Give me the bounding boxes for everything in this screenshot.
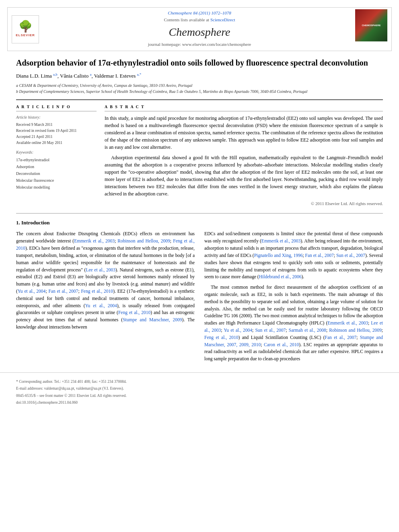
ref-yu2004b[interactable]: Yu et al., 2004 [85,303,117,308]
affiliation-a: a CESAM & Department of Chemistry, Unive… [16,82,383,88]
ref-fan2007c[interactable]: Fan et al., 2007 [325,335,357,340]
info-abstract-section: A R T I C L E I N F O Article history: R… [16,104,383,207]
keywords-section: Keywords: 17α-ethynylestradiol Adsorptio… [16,150,97,191]
ref-lee2003[interactable]: Lee et al., 2003 [86,267,115,272]
keywords-label: Keywords: [16,150,97,155]
article-title: Adsorption behavior of 17α-ethynylestrad… [16,58,383,68]
keywords-list: 17α-ethynylestradiol Adsorption Deconvol… [16,156,97,191]
email-line: E-mail addresses: valdemar@dq.ua.pt, val… [16,386,383,391]
ref-emmerik2003b[interactable]: Emmerik et al., 2003 [261,238,300,243]
ref-yu2004c[interactable]: Yu et al., 2004 [224,328,252,333]
homepage-line: journal homepage: www.elsevier.com/locat… [148,41,251,47]
affiliation-b: b Department of Complementary Sciences, … [16,88,383,94]
ref-feng2010b[interactable]: Feng et al., 2010 [81,289,113,294]
ref-feng2010d[interactable]: Feng et al., 2010 [204,335,239,340]
issn-line: 0045-6535/$ – see front matter © 2011 El… [16,393,383,398]
ref-fan2007b[interactable]: Fan et al., 2007 [305,253,334,258]
intro-two-col: The concern about Endocrine Disrupting C… [16,230,383,366]
abstract-header: A B S T R A C T [105,104,383,111]
keyword-4: Molecular fluorescence [16,177,97,184]
ref-sun2007[interactable]: Sun et al., 2007 [336,253,365,258]
ref-sun2007b[interactable]: Sun et al., 2007 [255,328,286,333]
sciencedirect-link[interactable]: ScienceDirect [210,17,235,22]
ref-fan2007[interactable]: Fan et al., 2007 [48,289,78,294]
journal-ref-banner: Chemosphere 84 (2011) 1072–1078 [168,10,231,16]
ref-emmerik2003c[interactable]: Emmerik et al., 2003 [327,320,368,325]
intro-col2: EDCs and soil/sediment components is lim… [204,230,383,366]
body-content: 1. Introduction The concern about Endocr… [0,219,399,366]
doi-line: doi:10.1016/j.chemosphere.2011.04.060 [16,400,383,405]
contents-line: Contents lists available at ScienceDirec… [164,17,235,23]
abstract-p1: In this study, a simple and rapid proced… [105,115,383,151]
authors-line: Diana L.D. Lima a,b, Vânia Calisto a, Va… [16,72,383,80]
article-info-header: A R T I C L E I N F O [16,104,97,111]
elsevier-label: ELSEVIER [16,33,35,37]
abstract-p2: Adsorption experimental data showed a go… [105,154,383,197]
copyright-line: © 2011 Elsevier Ltd. All rights reserved… [105,201,383,207]
keyword-5: Molecular modelling [16,184,97,191]
available-date: Available online 20 May 2011 [16,140,97,146]
abstract-text: In this study, a simple and rapid proced… [105,115,383,197]
keyword-3: Deconvolution [16,170,97,177]
intro-p1: The concern about Endocrine Disrupting C… [16,230,195,331]
article-dates: Received 9 March 2011 Received in revise… [16,122,97,146]
ref-robinson2009[interactable]: Robinson and Hellou, 2009 [117,238,170,243]
abstract-col: A B S T R A C T In this study, a simple … [105,104,383,207]
title-divider [16,99,383,100]
intro-col2-p2: The most common method for direct measur… [204,284,383,363]
accepted-date: Accepted 21 April 2011 [16,134,97,140]
page-footer: * Corresponding author. Tel.: +351 234 4… [0,372,399,409]
main-content: Adsorption behavior of 17α-ethynylestrad… [0,51,399,213]
ref-pignatello1996[interactable]: Pignatello and Xing, 1996 [254,253,303,258]
ref-robinson2009b[interactable]: Robinson and Hellou, 2009 [329,328,382,333]
introduction-section: 1. Introduction The concern about Endocr… [16,219,383,366]
ref-emmerik2003[interactable]: Emmerik et al., 2003 [74,238,115,243]
ref-caron2010[interactable]: Caron et al., 2010 [264,342,299,347]
affiliations: a CESAM & Department of Chemistry, Unive… [16,82,383,94]
ref-hildebrand2006[interactable]: Hildebrand et al., 2006 [259,274,302,279]
ref-feng2010c[interactable]: Feng et al., 2010 [118,310,150,315]
intro-col2-p1: EDCs and soil/sediment components is lim… [204,230,383,281]
journal-title-display: Chemosphere [169,24,230,40]
intro-title: 1. Introduction [16,219,383,226]
history-label: Article history: [16,115,97,120]
ref-sarmah2008[interactable]: Sarmah et al., 2008 [289,328,326,333]
received-date: Received 9 March 2011 [16,122,97,128]
received-revised-date: Received in revised form 19 April 2011 [16,128,97,134]
footnote-star: * Corresponding author. Tel.: +351 234 4… [16,379,383,384]
intro-col1: The concern about Endocrine Disrupting C… [16,230,195,366]
chemosphere-brand-image: CHEMOSPHERE [355,9,387,41]
elsevier-logo: 🌳 ELSEVIER [12,15,39,43]
journal-header: 🌳 ELSEVIER CHEMOSPHERE Chemosphere 84 (2… [7,7,392,51]
keyword-2: Adsorption [16,163,97,170]
body-divider [16,213,383,214]
keyword-1: 17α-ethynylestradiol [16,156,97,163]
ref-stumpe2009[interactable]: Stumpe and Marschner, 2009 [123,317,182,322]
article-info-col: A R T I C L E I N F O Article history: R… [16,104,97,207]
ref-yu2004[interactable]: Yu et al., 2004 [18,289,46,294]
